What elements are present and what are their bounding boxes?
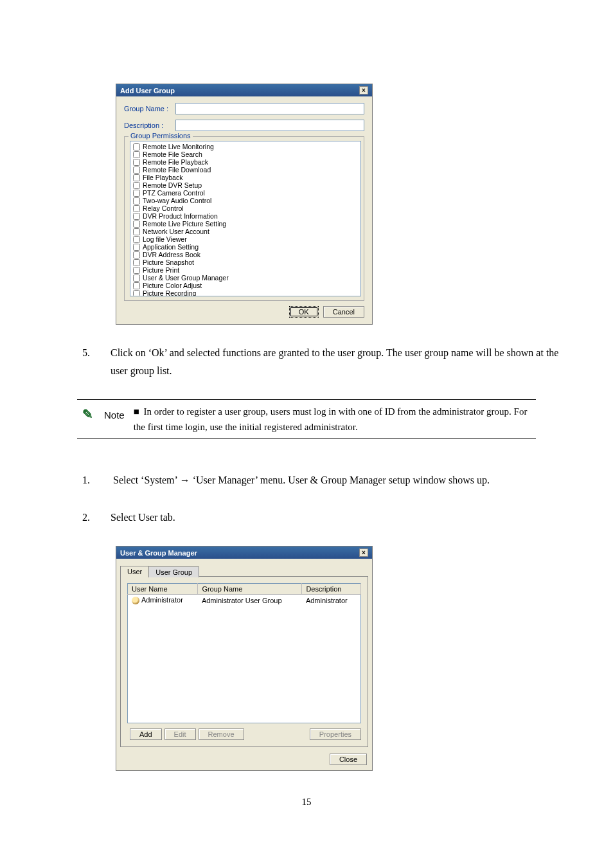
permission-item[interactable]: Log file Viewer <box>133 235 358 243</box>
table-row[interactable]: Administrator Administrator User Group A… <box>128 595 361 606</box>
note-icon: ✎ <box>82 406 96 420</box>
table-row <box>128 633 361 642</box>
description-input[interactable] <box>175 120 364 131</box>
close-icon[interactable]: × <box>359 86 368 95</box>
permission-checkbox[interactable] <box>133 213 140 220</box>
table-row <box>128 678 361 687</box>
permission-checkbox[interactable] <box>133 197 140 204</box>
group-name-label: Group Name : <box>124 105 175 113</box>
permission-item[interactable]: Two-way Audio Control <box>133 197 358 204</box>
properties-button[interactable]: Properties <box>310 728 361 740</box>
permission-item[interactable]: File Playback <box>133 174 358 181</box>
permission-item[interactable]: Remote File Playback <box>133 158 358 166</box>
close-icon[interactable]: × <box>359 548 368 557</box>
permission-checkbox[interactable] <box>133 159 140 166</box>
permission-checkbox[interactable] <box>133 282 140 289</box>
permission-label: Picture Snapshot <box>143 258 194 266</box>
permission-label: Picture Print <box>143 266 179 274</box>
table-row <box>128 615 361 624</box>
permission-label: Remote Live Picture Setting <box>143 220 226 228</box>
permission-checkbox[interactable] <box>133 221 140 228</box>
step-2-text: 2.Select User tab. <box>96 509 562 527</box>
permission-checkbox[interactable] <box>133 251 140 258</box>
description-label: Description : <box>124 122 175 129</box>
permission-item[interactable]: Picture Print <box>133 266 358 274</box>
tab-user[interactable]: User <box>120 566 149 577</box>
permission-label: Relay Control <box>143 204 184 212</box>
permission-item[interactable]: Picture Snapshot <box>133 258 358 266</box>
permission-checkbox[interactable] <box>133 275 140 282</box>
permission-label: Network User Account <box>143 228 209 235</box>
permission-checkbox[interactable] <box>133 228 140 235</box>
permission-label: User & User Group Manager <box>143 274 229 282</box>
permission-label: Log file Viewer <box>143 235 187 243</box>
table-row <box>128 669 361 678</box>
permission-item[interactable]: User & User Group Manager <box>133 274 358 282</box>
note-box: ✎ Note ■ In order to register a user gro… <box>77 399 536 439</box>
permissions-group: Group Permissions Remote Live Monitoring… <box>124 136 364 301</box>
step-5-content: Click on ‘Ok’ and selected functions are… <box>111 347 558 376</box>
permission-label: Application Setting <box>143 243 199 251</box>
permission-checkbox[interactable] <box>133 236 140 243</box>
col-user-name[interactable]: User Name <box>128 584 198 595</box>
permission-label: DVR Product Information <box>143 212 218 220</box>
step-1-content: Select ‘System’ → ‘User Manager’ menu. U… <box>113 475 490 485</box>
permission-item[interactable]: Remote File Download <box>133 166 358 174</box>
permission-checkbox[interactable] <box>133 267 140 274</box>
table-row <box>128 606 361 615</box>
permission-label: Picture Color Adjust <box>143 282 202 289</box>
permission-checkbox[interactable] <box>133 143 140 150</box>
table-row <box>128 642 361 651</box>
permission-label: Picture Recording <box>143 289 196 296</box>
permission-checkbox[interactable] <box>133 167 140 174</box>
permission-checkbox[interactable] <box>133 174 140 181</box>
cancel-button[interactable]: Cancel <box>323 306 364 318</box>
permission-item[interactable]: Remote DVR Setup <box>133 181 358 189</box>
permission-label: Remote Live Monitoring <box>143 143 214 150</box>
permission-item[interactable]: Picture Recording <box>133 289 358 296</box>
note-content: ■ In order to register a user group, use… <box>134 404 536 435</box>
permission-label: PTZ Camera Control <box>143 189 205 197</box>
permission-checkbox[interactable] <box>133 205 140 212</box>
permission-item[interactable]: DVR Address Book <box>133 251 358 258</box>
remove-button[interactable]: Remove <box>199 728 244 740</box>
page-number: 15 <box>51 797 562 808</box>
permissions-legend: Group Permissions <box>129 132 193 140</box>
permission-label: Remote File Playback <box>143 158 208 166</box>
permission-checkbox[interactable] <box>133 244 140 251</box>
permission-checkbox[interactable] <box>133 182 140 189</box>
step-2-content: Select User tab. <box>111 512 175 523</box>
edit-button[interactable]: Edit <box>164 728 196 740</box>
table-row <box>128 714 361 723</box>
permission-item[interactable]: Relay Control <box>133 204 358 212</box>
permission-item[interactable]: Application Setting <box>133 243 358 251</box>
permission-checkbox[interactable] <box>133 259 140 266</box>
permissions-list[interactable]: Remote Live MonitoringRemote File Search… <box>130 141 361 296</box>
table-row <box>128 651 361 660</box>
permission-checkbox[interactable] <box>133 151 140 158</box>
user-icon <box>132 597 139 604</box>
ok-button[interactable]: OK <box>289 306 319 318</box>
permission-label: Remote DVR Setup <box>143 181 202 189</box>
group-name-input[interactable] <box>175 103 364 114</box>
permission-item[interactable]: PTZ Camera Control <box>133 189 358 197</box>
permission-label: DVR Address Book <box>143 251 200 258</box>
table-row <box>128 660 361 669</box>
permission-label: Two-way Audio Control <box>143 197 211 204</box>
permission-item[interactable]: Picture Color Adjust <box>133 282 358 289</box>
permission-item[interactable]: Remote Live Picture Setting <box>133 220 358 228</box>
user-group-manager-dialog: User & Group Manager × User User Group U… <box>116 546 373 771</box>
col-group-name[interactable]: Group Name <box>198 584 302 595</box>
add-user-group-dialog: Add User Group × Group Name : Descriptio… <box>116 84 373 325</box>
step-5-text: 5.Click on ‘Ok’ and selected functions a… <box>96 344 562 380</box>
tab-user-group[interactable]: User Group <box>148 566 199 577</box>
close-button[interactable]: Close <box>330 754 367 765</box>
col-description[interactable]: Description <box>302 584 361 595</box>
permission-checkbox[interactable] <box>133 190 140 197</box>
add-button[interactable]: Add <box>130 728 162 740</box>
permission-checkbox[interactable] <box>133 290 140 297</box>
permission-item[interactable]: Network User Account <box>133 228 358 235</box>
permission-item[interactable]: Remote Live Monitoring <box>133 143 358 150</box>
permission-item[interactable]: Remote File Search <box>133 150 358 158</box>
permission-item[interactable]: DVR Product Information <box>133 212 358 220</box>
